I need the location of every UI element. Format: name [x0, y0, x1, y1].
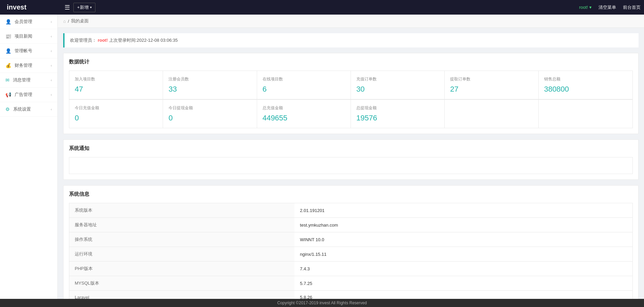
- info-label-0: 系统版本: [69, 203, 295, 218]
- news-icon: 📰: [5, 34, 11, 39]
- stat-label-2: 在线项目数: [263, 76, 345, 82]
- stat-cell-r2-3: 总提现金额 19576: [351, 100, 445, 128]
- info-value-1: test.ymkuzhan.com: [294, 218, 632, 232]
- data-stats-section: 数据统计 加入项目数 47 注册会员数 33 在线项目数 6 充值订单数 30: [63, 53, 639, 134]
- stat-value-r2-3: 19576: [356, 114, 439, 122]
- stats-row2: 今日充值金额 0 今日提现金额 0 总充值金额 449655 总提现金额 195…: [69, 100, 633, 128]
- user-badge[interactable]: root! ▾: [579, 5, 592, 10]
- stats-row1: 加入项目数 47 注册会员数 33 在线项目数 6 充值订单数 30 提取订单数: [69, 71, 633, 100]
- clear-menu-button[interactable]: 清空菜单: [598, 4, 616, 11]
- add-new-button[interactable]: +新增 ▾: [73, 3, 95, 12]
- member-arrow-icon: ‹: [51, 20, 52, 24]
- navbar-right: root! ▾ 清空菜单 前台首页: [579, 4, 641, 11]
- stat-cell-2: 在线项目数 6: [257, 71, 351, 99]
- finance-icon: 💰: [5, 63, 11, 68]
- stat-value-0: 47: [75, 85, 157, 94]
- settings-arrow-icon: ‹: [51, 107, 52, 111]
- stat-label-5: 销售总额: [544, 76, 627, 82]
- settings-icon: ⚙: [5, 107, 10, 112]
- sidebar-item-ads-label: 广告管理: [15, 92, 51, 98]
- sidebar: 👤 会员管理 ‹ 📰 项目新闻 ‹ 👤 管理帐号 ‹ 💰 财务管理 ‹ ✉ 消息…: [0, 15, 58, 299]
- member-icon: 👤: [5, 19, 11, 24]
- frontend-home-button[interactable]: 前台首页: [623, 4, 641, 11]
- table-row: MYSQL版本5.7.25: [69, 276, 633, 291]
- message-icon: ✉: [5, 77, 10, 83]
- breadcrumb-separator: /: [68, 19, 69, 24]
- info-label-3: 运行环境: [69, 247, 295, 262]
- stat-label-4: 提取订单数: [450, 76, 533, 82]
- account-icon: 👤: [5, 48, 11, 54]
- breadcrumb: ⌂ / 我的桌面: [58, 15, 644, 28]
- brand-logo: invest: [3, 3, 61, 11]
- stat-value-r2-1: 0: [168, 114, 251, 122]
- stat-value-r2-0: 0: [75, 114, 157, 122]
- info-value-2: WINNT 10.0: [294, 232, 632, 247]
- top-navbar: invest ☰ +新增 ▾ root! ▾ 清空菜单 前台首页: [0, 0, 644, 15]
- sidebar-item-message-label: 消息管理: [13, 77, 51, 83]
- stat-label-r2-0: 今日充值金额: [75, 105, 157, 111]
- add-new-label: +新增: [77, 4, 89, 11]
- info-value-4: 7.4.3: [294, 262, 632, 276]
- info-value-3: nginx/1.15.11: [294, 247, 632, 262]
- sidebar-item-news[interactable]: 📰 项目新闻 ‹: [0, 29, 57, 44]
- sidebar-item-finance[interactable]: 💰 财务管理 ‹: [0, 58, 57, 73]
- sidebar-item-settings-label: 系统设置: [13, 106, 51, 112]
- table-row: 服务器地址test.ymkuzhan.com: [69, 218, 633, 232]
- sidebar-item-member-label: 会员管理: [15, 19, 51, 25]
- table-row: 系统版本2.01.191201: [69, 203, 633, 218]
- main-content: ⌂ / 我的桌面 欢迎管理员： root! 上次登录时间:2022-12-08 …: [58, 15, 644, 307]
- info-label-5: MYSQL版本: [69, 276, 295, 291]
- sidebar-item-ads[interactable]: 📢 广告管理 ‹: [0, 88, 57, 102]
- account-arrow-icon: ‹: [51, 49, 52, 53]
- stat-label-3: 充值订单数: [356, 76, 439, 82]
- info-value-5: 5.7.25: [294, 276, 632, 291]
- stat-cell-4: 提取订单数 27: [445, 71, 538, 99]
- data-stats-title: 数据统计: [69, 59, 633, 65]
- stat-value-2: 6: [263, 85, 345, 94]
- news-arrow-icon: ‹: [51, 34, 52, 38]
- stat-value-3: 30: [356, 85, 439, 94]
- stat-cell-r2-empty2: [539, 100, 632, 128]
- stat-cell-r2-2: 总充值金额 449655: [257, 100, 351, 128]
- table-row: 运行环境nginx/1.15.11: [69, 247, 633, 262]
- stat-cell-r2-0: 今日充值金额 0: [69, 100, 163, 128]
- system-notice-title: 系统通知: [69, 145, 633, 152]
- breadcrumb-label: 我的桌面: [71, 18, 89, 24]
- add-caret-icon: ▾: [90, 5, 92, 9]
- info-value-0: 2.01.191201: [294, 203, 632, 218]
- stat-label-r2-3: 总提现金额: [356, 105, 439, 111]
- sidebar-item-finance-label: 财务管理: [15, 62, 51, 69]
- sidebar-item-member[interactable]: 👤 会员管理 ‹: [0, 15, 57, 29]
- sidebar-item-news-label: 项目新闻: [15, 33, 51, 39]
- table-row: 操作系统WINNT 10.0: [69, 232, 633, 247]
- stat-label-r2-2: 总充值金额: [263, 105, 345, 111]
- info-label-4: PHP版本: [69, 262, 295, 276]
- page-body: 欢迎管理员： root! 上次登录时间:2022-12-08 03:06:35 …: [58, 28, 644, 307]
- menu-toggle-button[interactable]: ☰: [61, 2, 73, 13]
- stat-label-r2-1: 今日提现金额: [168, 105, 251, 111]
- welcome-prefix: 欢迎管理员：: [70, 38, 96, 43]
- stat-value-r2-2: 449655: [263, 114, 345, 122]
- info-label-2: 操作系统: [69, 232, 295, 247]
- sidebar-item-account-label: 管理帐号: [15, 48, 51, 54]
- stat-cell-0: 加入项目数 47: [69, 71, 163, 99]
- system-info-title: 系统信息: [69, 191, 633, 197]
- stat-value-1: 33: [168, 85, 251, 94]
- ads-icon: 📢: [5, 92, 11, 97]
- system-notice-section: 系统通知: [63, 139, 639, 180]
- ads-arrow-icon: ‹: [51, 93, 52, 97]
- system-notice-content: [69, 157, 633, 174]
- finance-arrow-icon: ‹: [51, 63, 52, 68]
- info-label-1: 服务器地址: [69, 218, 295, 232]
- sidebar-item-settings[interactable]: ⚙ 系统设置 ‹: [0, 102, 57, 117]
- sidebar-item-account[interactable]: 👤 管理帐号 ‹: [0, 44, 57, 58]
- system-info-table: 系统版本2.01.191201服务器地址test.ymkuzhan.com操作系…: [69, 203, 633, 307]
- sidebar-item-message[interactable]: ✉ 消息管理 ‹: [0, 73, 57, 88]
- user-dropdown-icon: ▾: [589, 5, 592, 10]
- system-info-section: 系统信息 系统版本2.01.191201服务器地址test.ymkuzhan.c…: [63, 185, 639, 307]
- stat-cell-r2-empty1: [445, 100, 538, 128]
- welcome-section: 欢迎管理员： root! 上次登录时间:2022-12-08 03:06:35: [63, 33, 639, 47]
- stat-cell-3: 充值订单数 30: [351, 71, 445, 99]
- stat-cell-5: 销售总额 380800: [539, 71, 632, 99]
- breadcrumb-home-icon: ⌂: [63, 19, 66, 24]
